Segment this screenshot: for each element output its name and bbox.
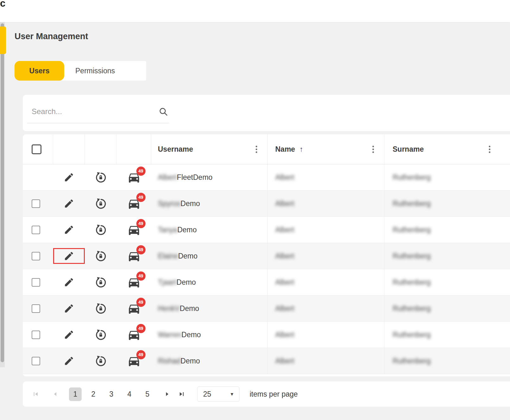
reset-password-button[interactable] xyxy=(95,355,107,367)
column-menu-icon[interactable] xyxy=(487,144,492,155)
username-public-part: FleetDemo xyxy=(177,173,212,182)
username-public-part: Demo xyxy=(181,199,200,208)
pager-prev-button[interactable] xyxy=(52,391,59,398)
surname-cell: Ruthenberg xyxy=(384,295,510,321)
pager-page-5[interactable]: 5 xyxy=(141,387,154,401)
edit-user-button[interactable] xyxy=(64,356,74,366)
vehicles-button[interactable]: 49 xyxy=(127,197,141,210)
pager-page-2[interactable]: 2 xyxy=(87,387,100,401)
row-select-checkbox[interactable] xyxy=(32,199,40,208)
reset-password-button[interactable] xyxy=(95,172,107,183)
table-row: 49 RishadDemo Albert Ruthenberg xyxy=(23,348,510,374)
vehicles-button[interactable]: 49 xyxy=(127,302,141,315)
chevron-down-icon: ▼ xyxy=(230,392,234,397)
pager-next-button[interactable] xyxy=(164,391,171,398)
edit-user-button[interactable] xyxy=(64,172,74,183)
pager-last-button[interactable] xyxy=(178,391,185,398)
vehicles-button[interactable]: 49 xyxy=(127,171,141,184)
header-cell-edit xyxy=(53,134,85,164)
username-private-part: Spyros xyxy=(158,199,181,208)
select-all-checkbox[interactable] xyxy=(32,144,41,154)
column-menu-icon[interactable] xyxy=(370,144,376,155)
table-row: 49 ElaineDemo Albert Ruthenberg xyxy=(23,243,510,269)
tab-permissions[interactable]: Permissions xyxy=(61,61,146,81)
pager-page-1[interactable]: 1 xyxy=(69,387,82,401)
reset-password-button[interactable] xyxy=(95,329,107,341)
edit-user-button[interactable] xyxy=(64,251,74,261)
surname-cell: Ruthenberg xyxy=(384,191,510,216)
name-cell: Albert xyxy=(267,348,384,374)
username-cell: RishadDemo xyxy=(151,348,267,374)
vehicle-count-badge: 49 xyxy=(136,245,146,254)
row-select-checkbox[interactable] xyxy=(32,252,40,260)
page-size-value: 25 xyxy=(203,390,211,399)
name-cell: Albert xyxy=(267,269,384,295)
table-row: 49 WarrenDemo Albert Ruthenberg xyxy=(23,322,510,348)
surname-text: Ruthenberg xyxy=(393,304,431,313)
username-cell: HenkVDemo xyxy=(151,295,267,321)
username-private-part: Rishad xyxy=(158,357,181,365)
main-area: User Management Permissions Users Userna… xyxy=(0,22,510,420)
pagination-bar: 1 2 3 4 5 25 ▼ items per page xyxy=(23,381,510,407)
name-cell: Albert xyxy=(267,295,384,321)
name-text: Albert xyxy=(275,331,294,339)
reset-password-button[interactable] xyxy=(95,250,107,262)
scrollbar-thumb[interactable] xyxy=(1,23,4,362)
highlight-frame xyxy=(53,248,85,264)
reset-password-button[interactable] xyxy=(95,224,107,236)
header-cell-select xyxy=(23,134,53,164)
pager-page-3[interactable]: 3 xyxy=(105,387,118,401)
surname-cell: Ruthenberg xyxy=(384,217,510,243)
vehicles-button[interactable]: 49 xyxy=(127,249,141,263)
column-header-surname[interactable]: Surname xyxy=(393,145,424,154)
table-row: 49 TanyaDemo Albert Ruthenberg xyxy=(23,217,510,243)
edit-user-button[interactable] xyxy=(64,224,74,235)
tab-users[interactable]: Users xyxy=(15,61,64,81)
column-header-username[interactable]: Username xyxy=(158,145,193,154)
row-select-checkbox[interactable] xyxy=(32,304,40,313)
vehicles-button[interactable]: 49 xyxy=(127,354,141,368)
search-box xyxy=(27,102,169,123)
row-select-checkbox[interactable] xyxy=(32,278,40,287)
username-cell: TjaartDemo xyxy=(151,269,267,295)
username-cell: TanyaDemo xyxy=(151,217,267,243)
reset-password-button[interactable] xyxy=(95,198,107,210)
name-text: Albert xyxy=(275,252,294,260)
table-row: 49 HenkVDemo Albert Ruthenberg xyxy=(23,295,510,322)
row-select-checkbox[interactable] xyxy=(32,331,40,339)
vehicles-button[interactable]: 49 xyxy=(127,223,141,237)
vehicles-button[interactable]: 49 xyxy=(127,328,141,342)
pager-first-button[interactable] xyxy=(32,391,39,398)
reset-password-button[interactable] xyxy=(95,303,107,314)
username-private-part: Tjaart xyxy=(158,278,177,287)
username-public-part: Demo xyxy=(177,226,196,234)
vehicles-button[interactable]: 49 xyxy=(127,276,141,289)
search-icon[interactable] xyxy=(159,107,168,117)
vehicle-count-badge: 49 xyxy=(136,350,146,359)
reset-password-button[interactable] xyxy=(95,277,107,288)
table-row: 49 TjaartDemo Albert Ruthenberg xyxy=(23,269,510,295)
edit-user-button[interactable] xyxy=(64,303,74,314)
edit-user-button[interactable] xyxy=(64,277,74,288)
surname-text: Ruthenberg xyxy=(393,173,431,182)
row-select-checkbox[interactable] xyxy=(32,226,40,234)
surname-cell: Ruthenberg xyxy=(384,164,510,190)
row-select-checkbox[interactable] xyxy=(32,357,40,365)
column-header-name[interactable]: Name ↑ xyxy=(275,145,303,154)
column-menu-icon[interactable] xyxy=(254,144,259,155)
username-cell: ElaineDemo xyxy=(151,243,267,269)
table-header-row: Username Name ↑ Surname xyxy=(23,134,510,164)
surname-cell: Ruthenberg xyxy=(384,243,510,269)
header-cell-username: Username xyxy=(151,134,267,164)
header-cell-reset xyxy=(85,134,116,164)
vertical-scrollbar[interactable] xyxy=(0,22,5,367)
edit-user-button[interactable] xyxy=(64,329,74,340)
username-private-part: Albert xyxy=(158,173,177,182)
page-size-dropdown[interactable]: 25 ▼ xyxy=(197,387,239,402)
username-public-part: Demo xyxy=(181,357,200,365)
search-input[interactable] xyxy=(27,102,169,123)
username-cell: SpyrosDemo xyxy=(151,191,267,216)
pager-page-4[interactable]: 4 xyxy=(123,387,136,401)
surname-text: Ruthenberg xyxy=(393,357,431,365)
edit-user-button[interactable] xyxy=(64,198,74,209)
